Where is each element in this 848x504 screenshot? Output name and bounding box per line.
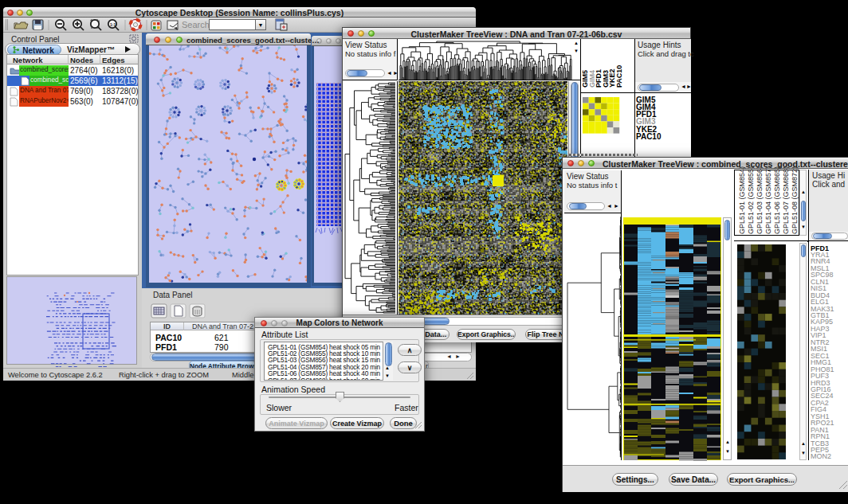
svg-text:1:1: 1:1 <box>110 22 116 27</box>
svg-text:Search:: Search: <box>182 20 212 29</box>
